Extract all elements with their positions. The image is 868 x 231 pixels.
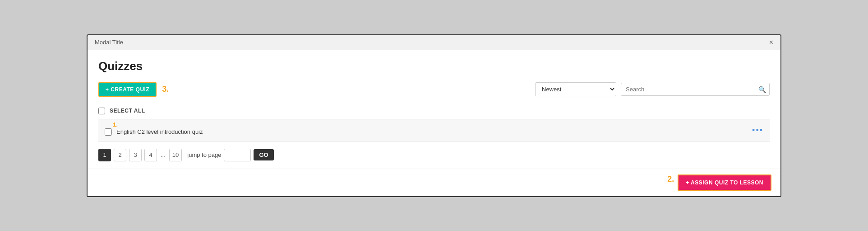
quiz-item-left: 1. English C2 level introduction quiz [105, 125, 203, 136]
pagination-row: 1 2 3 4 ... 10 jump to page GO [98, 149, 770, 161]
page-button-2[interactable]: 2 [114, 149, 126, 161]
jump-to-page-label: jump to page [187, 151, 221, 158]
search-input[interactable] [621, 83, 770, 96]
quiz-item-checkbox[interactable] [105, 128, 112, 136]
page-button-3[interactable]: 3 [129, 149, 142, 161]
quiz-item-more-button[interactable]: ••• [752, 126, 763, 134]
search-icon-button[interactable]: 🔍 [758, 86, 766, 93]
toolbar: + CREATE QUIZ 3. Newest Oldest A-Z Z-A 🔍 [98, 82, 770, 97]
quiz-item-number: 1. [113, 121, 118, 128]
modal-footer: 2. + ASSIGN QUIZ TO LESSON [88, 169, 780, 196]
jump-to-page-input[interactable] [224, 149, 251, 161]
modal-header: Modal Title × [88, 35, 780, 50]
go-button[interactable]: GO [254, 149, 273, 160]
sort-select[interactable]: Newest Oldest A-Z Z-A [535, 82, 616, 96]
select-all-label[interactable]: SELECT ALL [110, 108, 145, 114]
modal: Modal Title × Quizzes + CREATE QUIZ 3. N… [87, 34, 781, 197]
select-all-row: SELECT ALL [98, 105, 770, 117]
assign-step-label: 2. [667, 174, 674, 191]
select-all-checkbox[interactable] [98, 108, 105, 114]
modal-close-button[interactable]: × [769, 39, 773, 46]
create-quiz-step-label: 3. [162, 85, 169, 94]
quiz-item-name: English C2 level introduction quiz [116, 128, 203, 135]
page-title: Quizzes [98, 59, 770, 73]
page-button-10[interactable]: 10 [169, 149, 182, 161]
page-button-4[interactable]: 4 [144, 149, 157, 161]
toolbar-left: + CREATE QUIZ 3. [98, 82, 169, 97]
quiz-item: 1. English C2 level introduction quiz ••… [98, 119, 770, 141]
modal-body: Quizzes + CREATE QUIZ 3. Newest Oldest A… [88, 50, 780, 169]
search-icon: 🔍 [758, 86, 766, 93]
more-dots-icon: ••• [752, 126, 763, 135]
search-wrapper: 🔍 [621, 83, 770, 96]
toolbar-right: Newest Oldest A-Z Z-A 🔍 [535, 82, 770, 96]
assign-quiz-button[interactable]: + ASSIGN QUIZ TO LESSON [678, 174, 771, 191]
pagination-dots: ... [160, 151, 166, 158]
create-quiz-button[interactable]: + CREATE QUIZ [98, 82, 157, 97]
page-button-1[interactable]: 1 [98, 149, 111, 161]
quiz-list: 1. English C2 level introduction quiz ••… [98, 119, 770, 141]
modal-title: Modal Title [95, 39, 123, 46]
